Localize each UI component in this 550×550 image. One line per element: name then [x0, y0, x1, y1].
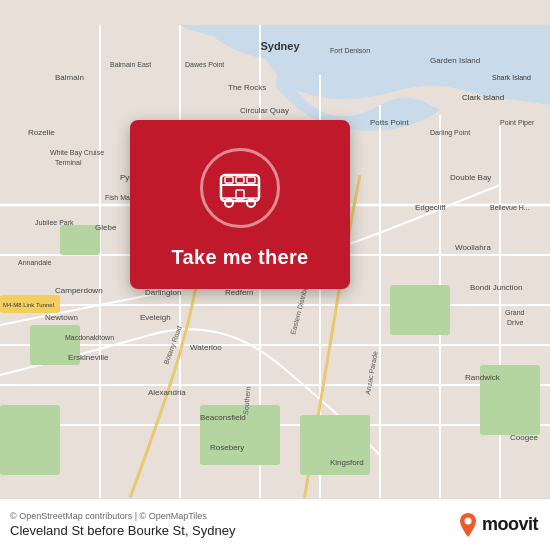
svg-text:Grand: Grand: [505, 309, 525, 316]
svg-text:Newtown: Newtown: [45, 313, 78, 322]
svg-text:Dawes Point: Dawes Point: [185, 61, 224, 68]
copyright-text: © OpenStreetMap contributors | © OpenMap…: [10, 511, 235, 521]
bottom-bar: © OpenStreetMap contributors | © OpenMap…: [0, 498, 550, 550]
svg-text:Circular Quay: Circular Quay: [240, 106, 289, 115]
svg-text:Beaconsfield: Beaconsfield: [200, 413, 246, 422]
svg-text:Bellevue H...: Bellevue H...: [490, 204, 530, 211]
svg-text:Redfern: Redfern: [225, 288, 253, 297]
bus-icon: [215, 163, 265, 213]
svg-rect-74: [225, 177, 233, 183]
bottom-info: © OpenStreetMap contributors | © OpenMap…: [10, 511, 235, 538]
svg-text:Terminal: Terminal: [55, 159, 82, 166]
svg-text:Darling Point: Darling Point: [430, 129, 470, 137]
svg-text:Garden Island: Garden Island: [430, 56, 480, 65]
svg-rect-75: [236, 177, 244, 183]
svg-text:Bondi Junction: Bondi Junction: [470, 283, 522, 292]
svg-text:Annandale: Annandale: [18, 259, 52, 266]
svg-text:Macdonaldtown: Macdonaldtown: [65, 334, 114, 341]
svg-text:Clark Island: Clark Island: [462, 93, 504, 102]
svg-text:Erskineville: Erskineville: [68, 353, 109, 362]
svg-text:Camperdown: Camperdown: [55, 286, 103, 295]
moovit-pin-icon: [458, 513, 478, 537]
svg-rect-19: [0, 405, 60, 475]
svg-text:The Rocks: The Rocks: [228, 83, 266, 92]
svg-text:Shark Island: Shark Island: [492, 74, 531, 81]
svg-text:Kingsford: Kingsford: [330, 458, 364, 467]
svg-rect-72: [221, 175, 259, 201]
svg-text:White Bay Cruise: White Bay Cruise: [50, 149, 104, 157]
svg-text:Coogee: Coogee: [510, 433, 539, 442]
svg-text:Woollahra: Woollahra: [455, 243, 491, 252]
svg-text:Balmain: Balmain: [55, 73, 84, 82]
moovit-logo: moovit: [458, 513, 538, 537]
svg-text:Balmain East: Balmain East: [110, 61, 151, 68]
svg-text:Fort Denison: Fort Denison: [330, 47, 370, 54]
svg-point-81: [464, 517, 471, 524]
svg-rect-17: [390, 285, 450, 335]
svg-text:Jubilee Park: Jubilee Park: [35, 219, 74, 226]
svg-text:Eveleigh: Eveleigh: [140, 313, 171, 322]
svg-text:M4-M8 Link Tunnel: M4-M8 Link Tunnel: [3, 302, 54, 308]
svg-text:Waterloo: Waterloo: [190, 343, 222, 352]
svg-text:Darlington: Darlington: [145, 288, 181, 297]
svg-rect-76: [247, 177, 255, 183]
svg-text:Double Bay: Double Bay: [450, 173, 491, 182]
take-me-there-button[interactable]: Take me there: [172, 246, 309, 269]
svg-text:Potts Point: Potts Point: [370, 118, 409, 127]
svg-text:Rosebery: Rosebery: [210, 443, 244, 452]
svg-text:Rozelle: Rozelle: [28, 128, 55, 137]
action-card: Take me there: [130, 120, 350, 289]
map-container: Sydney The Rocks Circular Quay Bridge St…: [0, 0, 550, 550]
svg-text:Point Piper: Point Piper: [500, 119, 535, 127]
bus-icon-container: [200, 148, 280, 228]
svg-text:Randwick: Randwick: [465, 373, 501, 382]
svg-text:Edgecliff: Edgecliff: [415, 203, 446, 212]
svg-text:Alexandria: Alexandria: [148, 388, 186, 397]
svg-text:Drive: Drive: [507, 319, 523, 326]
location-text: Cleveland St before Bourke St, Sydney: [10, 523, 235, 538]
svg-rect-21: [60, 225, 100, 255]
svg-text:Sydney: Sydney: [260, 40, 300, 52]
svg-text:Glebe: Glebe: [95, 223, 117, 232]
moovit-wordmark: moovit: [482, 514, 538, 535]
